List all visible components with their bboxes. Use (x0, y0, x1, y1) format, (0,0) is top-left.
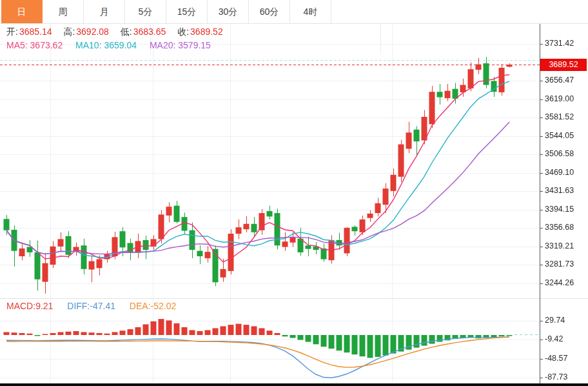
price-axis-label: 3356.68 (545, 223, 586, 232)
tab-period-7[interactable]: 4时 (290, 0, 331, 23)
macd-value: 9.21 (35, 301, 53, 311)
kline-chart-canvas[interactable] (0, 0, 588, 386)
price-axis-label: 3544.05 (545, 131, 586, 140)
macd-info-row: MACD:9.21 DIFF:-47.41 DEA:-52.02 (6, 301, 176, 312)
price-axis-label: 3656.47 (545, 76, 586, 85)
price-axis-label: 3469.10 (545, 168, 586, 177)
macd-axis-label: -48.57 (545, 354, 586, 363)
ohlc-info-row: 开:3685.14 高:3692.08 低:3683.65 收:3689.52 (6, 26, 223, 39)
high-value: 3692.08 (76, 26, 109, 37)
price-axis-label: 3394.15 (545, 205, 586, 214)
kline-chart-app: 日周月5分15分30分60分4时 开:3685.14 高:3692.08 低:3… (0, 0, 588, 386)
low-value: 3683.65 (133, 26, 166, 37)
open-value: 3685.14 (19, 26, 52, 37)
ma10-value: 3659.04 (104, 40, 137, 50)
tab-period-3[interactable]: 5分 (125, 0, 166, 23)
diff-label: DIFF: (67, 301, 90, 311)
dea-value: -52.02 (151, 301, 177, 311)
ma20-value: 3579.15 (178, 40, 211, 50)
macd-axis-label: -9.42 (545, 334, 586, 343)
tab-period-0[interactable]: 日 (1, 0, 43, 23)
period-tabbar: 日周月5分15分30分60分4时 (0, 0, 588, 24)
close-value: 3689.52 (190, 26, 223, 37)
price-axis-label: 3319.21 (545, 241, 586, 250)
price-axis-label: 3244.26 (545, 278, 586, 287)
tab-period-4[interactable]: 15分 (166, 0, 208, 23)
ma10-label: MA10: (75, 40, 101, 50)
tab-period-2[interactable]: 月 (84, 0, 125, 23)
ma5-value: 3673.62 (30, 40, 63, 50)
current-price-badge: 3689.52 (540, 59, 587, 71)
price-axis-label: 3281.73 (545, 259, 586, 269)
tab-period-1[interactable]: 周 (43, 0, 84, 23)
price-axis-label: 3581.52 (545, 112, 586, 121)
macd-axis-label: -87.73 (545, 372, 586, 381)
low-label: 低: (121, 26, 132, 37)
close-label: 收: (177, 26, 189, 37)
price-axis-label: 3619.00 (545, 94, 586, 103)
macd-label: MACD: (6, 301, 35, 311)
high-label: 高: (63, 26, 75, 37)
ma5-label: MA5: (6, 40, 28, 50)
ma20-label: MA20: (150, 40, 175, 50)
tab-period-5[interactable]: 30分 (208, 0, 249, 23)
open-label: 开: (6, 26, 18, 37)
ma-info-row: MA5: 3673.62 MA10: 3659.04 MA20: 3579.15 (6, 40, 211, 53)
price-axis-label: 3431.63 (545, 186, 586, 195)
price-axis-label: 3506.58 (545, 149, 586, 158)
price-axis-label: 3731.42 (545, 39, 586, 48)
dea-label: DEA: (130, 301, 151, 311)
diff-value: -47.41 (90, 301, 115, 311)
macd-axis-label: 29.74 (545, 316, 586, 325)
tab-period-6[interactable]: 60分 (249, 0, 290, 23)
